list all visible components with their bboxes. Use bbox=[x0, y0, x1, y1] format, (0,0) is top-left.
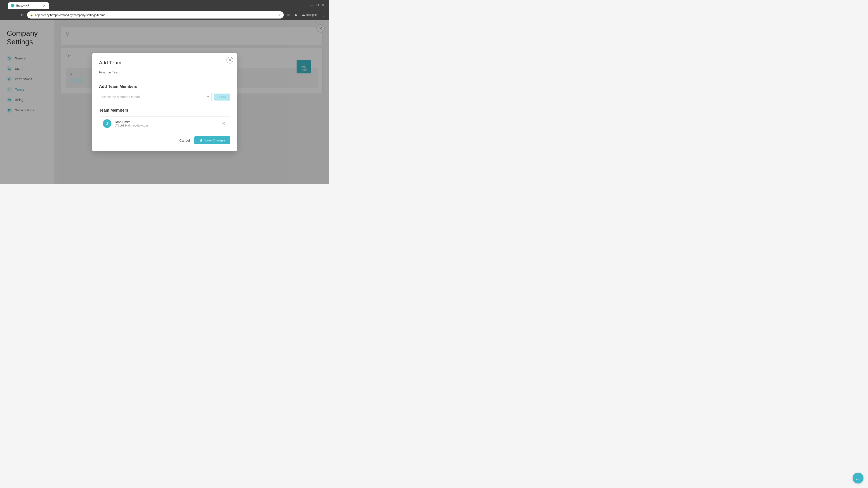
new-tab-button[interactable]: + bbox=[50, 3, 56, 9]
tab-bar: Breezy HR ✕ + bbox=[6, 1, 58, 9]
tab-close-button[interactable]: ✕ bbox=[42, 4, 46, 7]
minimize-button[interactable]: — bbox=[310, 3, 314, 7]
modal-close-button[interactable]: ✕ bbox=[226, 57, 233, 64]
close-button[interactable]: ✕ bbox=[321, 3, 324, 7]
add-team-modal: ✕ Add Team Finance Team Add Team Members… bbox=[92, 53, 237, 151]
add-members-section: Add Team Members Select the members to a… bbox=[99, 84, 230, 101]
browser-chrome: Breezy HR ✕ + — ❐ ✕ ‹ › ↻ 🔒 app.breezy.h… bbox=[0, 0, 329, 20]
extensions-button[interactable]: ⊞ bbox=[285, 12, 292, 18]
tab-title: Breezy HR bbox=[16, 4, 41, 7]
profile-button[interactable] bbox=[293, 12, 299, 18]
save-changes-label: Save Changes bbox=[204, 138, 225, 142]
browser-extras: ⊞ Incognito ⋮ bbox=[285, 12, 327, 18]
add-member-btn-label: + Add bbox=[218, 95, 226, 99]
save-changes-button[interactable]: Save Changes bbox=[194, 136, 230, 144]
menu-button[interactable]: ⋮ bbox=[320, 12, 327, 18]
member-select-wrapper: Select the members to add ▼ bbox=[99, 93, 212, 101]
member-name: John Smith bbox=[115, 120, 218, 124]
add-member-button[interactable]: + Add bbox=[214, 94, 230, 101]
lock-icon: 🔒 bbox=[30, 13, 33, 17]
browser-navbar: ‹ › ↻ 🔒 app.breezy.hr/app/c/moodjoy/comp… bbox=[0, 10, 329, 20]
member-info: John Smith e71b9844@moodjoy.com bbox=[115, 120, 218, 127]
bookmark-icon[interactable]: ☆ bbox=[278, 13, 281, 17]
member-select[interactable]: Select the members to add bbox=[99, 93, 212, 101]
page-content: Company Settings General Users Permissio… bbox=[0, 20, 329, 184]
reload-button[interactable]: ↻ bbox=[19, 12, 25, 18]
address-bar[interactable]: 🔒 app.breezy.hr/app/c/moodjoy/company/se… bbox=[27, 11, 284, 19]
restore-button[interactable]: ❐ bbox=[315, 3, 319, 7]
member-remove-button[interactable]: ✕ bbox=[221, 121, 226, 126]
modal-overlay: ✕ Add Team Finance Team Add Team Members… bbox=[0, 20, 329, 184]
cancel-button[interactable]: Cancel bbox=[179, 138, 190, 142]
modal-footer: Cancel Save Changes bbox=[99, 136, 230, 144]
team-name-display: Finance Team bbox=[99, 70, 230, 79]
back-button[interactable]: ‹ bbox=[3, 12, 9, 18]
incognito-label: Incognito bbox=[306, 13, 317, 17]
incognito-badge: Incognito bbox=[300, 12, 319, 18]
url-text: app.breezy.hr/app/c/moodjoy/company/sett… bbox=[35, 13, 276, 17]
team-members-section: Team Members J John Smith e71b9844@moodj… bbox=[99, 108, 230, 131]
forward-button[interactable]: › bbox=[11, 12, 17, 18]
browser-tab-active[interactable]: Breezy HR ✕ bbox=[8, 2, 49, 9]
member-avatar: J bbox=[103, 119, 112, 128]
browser-titlebar: Breezy HR ✕ + — ❐ ✕ bbox=[0, 0, 329, 10]
member-row: J John Smith e71b9844@moodjoy.com ✕ bbox=[99, 116, 230, 131]
add-members-row: Select the members to add ▼ + Add bbox=[99, 93, 230, 101]
add-members-heading: Add Team Members bbox=[99, 84, 230, 89]
modal-title: Add Team bbox=[99, 60, 230, 66]
tab-favicon bbox=[11, 4, 14, 7]
team-members-heading: Team Members bbox=[99, 108, 230, 113]
save-icon bbox=[199, 139, 203, 142]
member-avatar-initial: J bbox=[106, 122, 108, 126]
member-email: e71b9844@moodjoy.com bbox=[115, 124, 218, 127]
